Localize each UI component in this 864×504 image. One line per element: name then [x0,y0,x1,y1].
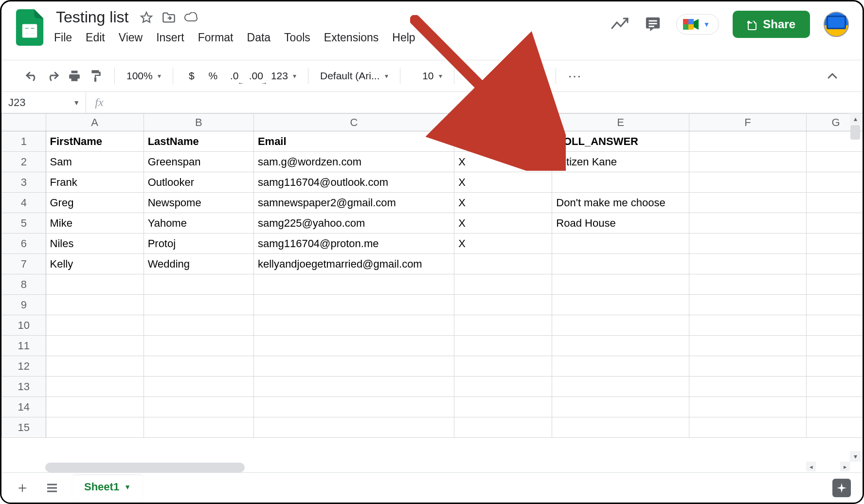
cell-F14[interactable] [689,397,806,417]
collapse-toolbar-button[interactable] [824,66,841,86]
cell-C8[interactable] [253,274,454,295]
cell-D3[interactable]: X [454,172,552,193]
format-currency-button[interactable]: $ [183,66,200,86]
cell-E1[interactable]: POLL_ANSWER [552,131,689,152]
more-toolbar-button[interactable]: ⋯ [566,66,584,86]
column-header-F[interactable]: F [689,114,806,131]
cell-C15[interactable] [253,417,454,438]
star-icon[interactable] [139,10,154,25]
row-header-4[interactable]: 4 [2,193,46,213]
cell-D8[interactable] [454,274,552,295]
cell-F2[interactable] [689,152,806,172]
add-sheet-button[interactable]: ＋ [13,478,32,498]
cell-A9[interactable] [46,295,144,315]
cell-D7[interactable] [454,254,552,274]
cell-C9[interactable] [253,295,454,315]
column-header-A[interactable]: A [46,114,144,131]
column-header-E[interactable]: E [552,114,689,131]
cell-E3[interactable] [552,172,689,193]
menu-file[interactable]: File [54,31,72,44]
name-box[interactable]: J23 ▼ [1,92,86,113]
paint-format-button[interactable] [87,66,105,86]
row-header-11[interactable]: 11 [2,336,46,356]
cell-F15[interactable] [689,417,806,438]
sheets-logo[interactable] [15,9,44,46]
cell-D6[interactable]: X [454,234,552,254]
row-header-1[interactable]: 1 [2,131,46,152]
cell-C7[interactable]: kellyandjoegetmarried@gmail.com [253,254,454,274]
cell-F4[interactable] [689,193,806,213]
cell-F3[interactable] [689,172,806,193]
document-title[interactable]: Testing list [54,7,130,27]
share-button[interactable]: Share [733,11,810,38]
italic-button[interactable]: I [486,66,503,86]
menu-data[interactable]: Data [247,31,271,44]
cell-C11[interactable] [253,336,454,356]
menu-view[interactable]: View [119,31,143,44]
menu-format[interactable]: Format [198,31,234,44]
zoom-dropdown[interactable]: 100% [125,66,163,86]
cell-A1[interactable]: FirstName [46,131,144,152]
horizontal-scrollbar-thumb[interactable] [45,463,245,472]
cell-B9[interactable] [144,295,253,315]
cell-C14[interactable] [253,397,454,417]
menu-edit[interactable]: Edit [86,31,105,44]
cell-D15[interactable] [454,417,552,438]
increase-decimal-button[interactable]: .00→ [247,66,265,86]
cell-B13[interactable] [144,377,253,397]
scroll-right-button[interactable]: ▸ [840,462,850,471]
cell-A6[interactable]: Niles [46,234,144,254]
cell-C2[interactable]: sam.g@wordzen.com [253,152,454,172]
cell-F5[interactable] [689,213,806,234]
cell-E10[interactable] [552,315,689,336]
cell-D1[interactable]: OPENED [454,131,552,152]
cell-E2[interactable]: Citizen Kane [552,152,689,172]
cell-E15[interactable] [552,417,689,438]
cell-C13[interactable] [253,377,454,397]
font-size-dropdown[interactable]: 10 [410,66,444,86]
column-header-D[interactable]: D [454,114,552,131]
comments-icon[interactable] [643,15,663,34]
scroll-left-button[interactable]: ◂ [806,462,816,471]
cell-D4[interactable]: X [454,193,552,213]
cell-B12[interactable] [144,356,253,377]
menu-tools[interactable]: Tools [284,31,310,44]
cell-B5[interactable]: Yahome [144,213,253,234]
column-header-B[interactable]: B [144,114,253,131]
cell-B8[interactable] [144,274,253,295]
cell-D10[interactable] [454,315,552,336]
cell-B6[interactable]: Protoj [144,234,253,254]
cell-C12[interactable] [253,356,454,377]
cell-E6[interactable] [552,234,689,254]
menu-extensions[interactable]: Extensions [324,31,379,44]
cell-A10[interactable] [46,315,144,336]
cell-F10[interactable] [689,315,806,336]
row-header-6[interactable]: 6 [2,234,46,254]
explore-button[interactable] [832,479,851,497]
scroll-up-button[interactable]: ▴ [850,113,861,124]
cell-B1[interactable]: LastName [144,131,253,152]
cell-B15[interactable] [144,417,253,438]
cell-D11[interactable] [454,336,552,356]
font-family-dropdown[interactable]: Default (Ari... [318,66,390,86]
cell-D5[interactable]: X [454,213,552,234]
cell-C5[interactable]: samg225@yahoo.com [253,213,454,234]
cell-A8[interactable] [46,274,144,295]
cell-A14[interactable] [46,397,144,417]
format-percent-button[interactable]: % [204,66,222,86]
formula-input[interactable] [112,92,863,113]
cell-B10[interactable] [144,315,253,336]
cell-F7[interactable] [689,254,806,274]
cell-F8[interactable] [689,274,806,295]
row-header-14[interactable]: 14 [2,397,46,417]
cell-E4[interactable]: Don't make me choose [552,193,689,213]
spreadsheet-grid[interactable]: ABCDEFG1FirstNameLastNameEmailOPENEDPOLL… [1,113,863,472]
cell-E9[interactable] [552,295,689,315]
row-header-5[interactable]: 5 [2,213,46,234]
cell-C6[interactable]: samg116704@proton.me [253,234,454,254]
cell-E12[interactable] [552,356,689,377]
version-history-icon[interactable] [610,15,630,34]
cloud-status-icon[interactable] [184,10,198,25]
cell-B11[interactable] [144,336,253,356]
cell-E14[interactable] [552,397,689,417]
